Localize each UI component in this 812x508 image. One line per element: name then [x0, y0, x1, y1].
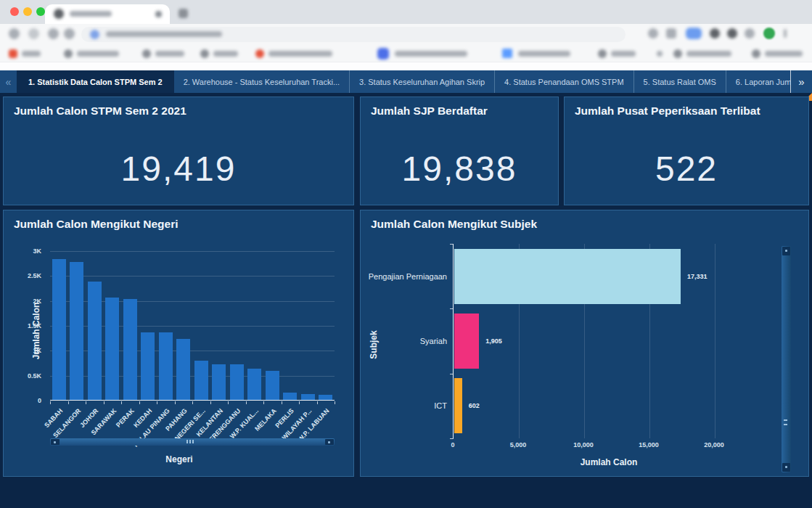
- negeri-bar[interactable]: [230, 364, 244, 400]
- kpi-title: Jumlah SJP Berdaftar: [371, 105, 488, 118]
- negeri-bar[interactable]: [212, 364, 226, 400]
- negeri-bar[interactable]: [319, 395, 332, 400]
- dashboard-tab-4[interactable]: 4. Status Penandaan OMS STPM: [494, 70, 633, 93]
- axis-tick: [450, 374, 454, 374]
- negeri-bar[interactable]: [52, 259, 66, 400]
- bookmark-item[interactable]: [77, 51, 119, 57]
- negeri-bar[interactable]: [266, 371, 279, 400]
- x-tick-label: 5,000: [505, 441, 531, 448]
- scrollbar-grip[interactable]: [784, 419, 787, 426]
- subjek-plot: 17,3311,905602: [453, 244, 765, 438]
- subjek-bar[interactable]: [454, 249, 681, 304]
- bookmark-item[interactable]: [155, 51, 184, 57]
- address-bar[interactable]: [81, 27, 626, 42]
- negeri-bar[interactable]: [123, 299, 137, 400]
- axis-tick: [175, 401, 176, 404]
- extension-icon[interactable]: [666, 28, 676, 38]
- y-tick-label: 2.5K: [28, 272, 41, 279]
- scrollbar-grip[interactable]: [186, 440, 194, 443]
- folder-icon: [673, 49, 682, 58]
- dashboard-tab-5[interactable]: 5. Status Ralat OMS: [633, 70, 726, 93]
- axis-tick: [228, 401, 229, 404]
- scroll-right-button[interactable]: [325, 439, 334, 445]
- extension-icon[interactable]: [727, 28, 737, 38]
- negeri-x-labels: SABAHSELANGORJOHORSARAWAKPERAKKEDAHPULAU…: [50, 405, 335, 437]
- negeri-bar[interactable]: [176, 339, 190, 400]
- kpi-value: 522: [565, 132, 808, 205]
- tabs-scroll-left-icon[interactable]: «: [0, 70, 17, 93]
- negeri-bar[interactable]: [88, 282, 102, 400]
- negeri-bar[interactable]: [283, 393, 297, 400]
- kpi-card-pusat: Jumlah Pusat Peperiksaan Terlibat 522: [564, 97, 809, 205]
- negeri-horizontal-scrollbar[interactable]: [50, 438, 335, 446]
- traffic-light-zoom[interactable]: [36, 7, 45, 16]
- tab-close-icon[interactable]: [155, 11, 162, 17]
- scroll-up-button[interactable]: [782, 247, 790, 255]
- back-icon[interactable]: [9, 28, 20, 39]
- bookmark-item[interactable]: [268, 51, 332, 57]
- other-bookmarks[interactable]: [686, 51, 731, 57]
- subjek-bar[interactable]: [454, 378, 462, 433]
- negeri-bar[interactable]: [105, 298, 119, 400]
- extension-icon[interactable]: [648, 28, 658, 38]
- kpi-value: 19,419: [4, 132, 353, 205]
- x-category-label: PERAK: [115, 407, 136, 429]
- kpi-title: Jumlah Pusat Peperiksaan Terlibat: [575, 105, 760, 118]
- profile-avatar[interactable]: [763, 28, 775, 39]
- bookmark-favicon: [64, 49, 73, 58]
- axis-tick: [335, 401, 335, 404]
- scroll-down-button[interactable]: [782, 463, 790, 472]
- x-tick-label: 20,000: [701, 441, 727, 448]
- dashboard-tab-2[interactable]: 2. Warehouse - Status Keseluruhan Tracki…: [174, 70, 349, 93]
- negeri-y-ticks: 00.5K1K1.5K2K2.5K3K: [4, 251, 46, 401]
- axis-tick: [246, 401, 247, 404]
- negeri-bar[interactable]: [141, 332, 155, 400]
- browser-tab[interactable]: [45, 4, 170, 24]
- bookmark-favicon: [598, 49, 607, 58]
- tabs-scroll-right-icon[interactable]: »: [790, 70, 812, 93]
- home-icon[interactable]: [64, 28, 75, 39]
- address-placeholder-blurred: [106, 31, 222, 37]
- axis-tick: [450, 244, 454, 245]
- bookmark-overflow-icon[interactable]: [657, 51, 663, 57]
- y-tick-label: 1.5K: [28, 322, 41, 329]
- reload-icon[interactable]: [48, 28, 59, 39]
- traffic-light-minimize[interactable]: [23, 7, 32, 16]
- bar-category-label: ICT: [361, 401, 447, 410]
- x-tick-label: 0: [440, 441, 466, 448]
- new-tab-button[interactable]: [179, 9, 188, 18]
- bookmark-item[interactable]: [518, 51, 570, 57]
- cloud-extension-icon[interactable]: [686, 28, 702, 39]
- apps-grid-icon[interactable]: [9, 49, 17, 58]
- bookmark-item[interactable]: [213, 51, 238, 57]
- extensions-puzzle-icon[interactable]: [745, 28, 755, 38]
- dashboard-tab-1[interactable]: 1. Statistik Data Calon STPM Sem 2: [17, 70, 174, 93]
- traffic-light-close[interactable]: [10, 7, 19, 16]
- axis-tick: [450, 438, 454, 439]
- subjek-vertical-scrollbar[interactable]: [782, 246, 791, 472]
- bar-category-label: Syariah: [361, 337, 447, 345]
- search-engine-icon: [90, 30, 99, 39]
- scroll-left-button[interactable]: [51, 439, 60, 445]
- chart-title: Jumlah Calon Mengikut Subjek: [371, 218, 537, 231]
- negeri-bar[interactable]: [70, 262, 83, 400]
- dashboard-tab-3[interactable]: 3. Status Keseluruhan Agihan Skrip: [349, 70, 494, 93]
- forward-icon[interactable]: [28, 28, 39, 39]
- negeri-bar[interactable]: [194, 361, 208, 400]
- bar-value-label: 602: [469, 402, 480, 409]
- subjek-bar[interactable]: [454, 314, 479, 369]
- negeri-bar[interactable]: [159, 332, 173, 400]
- y-tick-label: 0.5K: [28, 372, 41, 380]
- reading-list[interactable]: [765, 51, 803, 57]
- menu-dots-icon[interactable]: [784, 29, 787, 38]
- chart-title: Jumlah Calon Mengikut Negeri: [14, 218, 179, 231]
- axis-tick: [139, 401, 140, 404]
- dashboard-tab-6[interactable]: 6. Laporan Jumlah Ralat O: [726, 70, 790, 93]
- bookmark-item[interactable]: [22, 51, 41, 57]
- bookmark-item[interactable]: [395, 51, 467, 57]
- extension-icon[interactable]: [710, 28, 720, 38]
- negeri-bar[interactable]: [247, 369, 261, 400]
- bookmark-item[interactable]: [611, 51, 636, 57]
- negeri-bar[interactable]: [301, 394, 315, 400]
- axis-tick: [86, 401, 86, 404]
